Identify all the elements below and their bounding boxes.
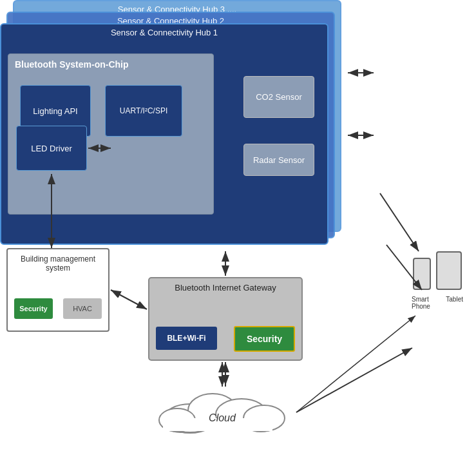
radar-sensor-label: Radar Sensor — [253, 155, 305, 165]
gateway-security-button[interactable]: Security — [234, 326, 295, 352]
radar-sensor-box: Radar Sensor — [243, 144, 314, 176]
uart-box: UART/I²C/SPI — [105, 85, 182, 137]
svg-line-23 — [380, 193, 419, 251]
device-row — [413, 251, 462, 290]
bms-label: Building management system — [8, 254, 108, 273]
led-driver-label: LED Driver — [31, 144, 72, 153]
co2-sensor-label: CO2 Sensor — [256, 92, 302, 102]
svg-line-18 — [111, 290, 147, 309]
co2-sensor-box: CO2 Sensor — [243, 76, 314, 118]
bms-security-label: Security — [19, 305, 47, 312]
svg-line-28 — [296, 316, 415, 412]
bms-hvac-label: HVAC — [73, 305, 92, 312]
ble-wifi-button[interactable]: BLE+Wi-Fi — [156, 327, 217, 350]
small-phone-icon — [413, 258, 431, 290]
led-driver-box: LED Driver — [16, 126, 87, 171]
uart-label: UART/I²C/SPI — [120, 106, 167, 115]
hub1-label: Sensor & Connectivity Hub 1 — [1, 28, 327, 37]
diagram: Sensor & Connectivity Hub 3 .... Sensor … — [0, 0, 476, 451]
tablet-label: Tablet — [446, 296, 463, 310]
bms-box: Building management system Security HVAC — [6, 248, 109, 332]
gateway-box: Bluetooth Internet Gateway BLE+Wi-Fi Sec… — [148, 277, 303, 361]
cloud-shape — [151, 383, 293, 435]
ble-soc-label: Bluetooth System-on-Chip — [15, 59, 129, 70]
gateway-security-label: Security — [247, 334, 282, 344]
smartphone-label: SmartPhone — [412, 296, 430, 310]
svg-line-27 — [296, 348, 412, 412]
cloud-label: Cloud — [151, 412, 293, 424]
bms-security-button[interactable]: Security — [14, 298, 53, 319]
tablet-icon — [436, 251, 462, 290]
lighting-api-label: Lighting API — [33, 106, 77, 116]
devices-area: SmartPhone Tablet — [412, 251, 463, 310]
bms-hvac-button[interactable]: HVAC — [63, 298, 102, 319]
gateway-label: Bluetooth Internet Gateway — [149, 283, 301, 293]
ble-wifi-label: BLE+Wi-Fi — [167, 334, 205, 343]
